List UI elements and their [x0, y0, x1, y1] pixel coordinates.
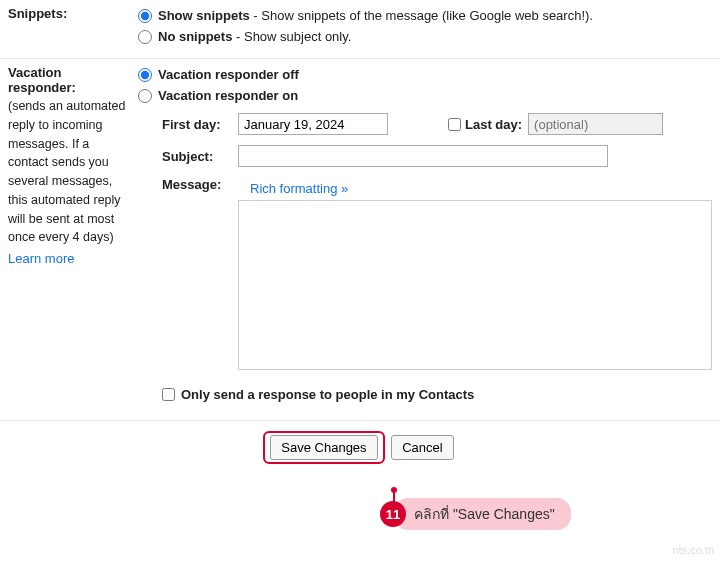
- vacation-content: Vacation responder off Vacation responde…: [138, 65, 712, 412]
- message-area: Rich formatting »: [238, 177, 712, 373]
- subject-row: Subject:: [162, 145, 712, 167]
- snippets-content: Show snippets - Show snippets of the mes…: [138, 6, 712, 50]
- annotation: 11 คลิกที่ "Save Changes": [380, 498, 571, 530]
- snippets-show-title: Show snippets: [158, 8, 250, 23]
- message-textarea[interactable]: [238, 200, 712, 370]
- contacts-only-row[interactable]: Only send a response to people in my Con…: [162, 387, 712, 402]
- vacation-on-label: Vacation responder on: [158, 88, 298, 103]
- last-day-label: Last day:: [465, 117, 522, 132]
- last-day-wrap: Last day:: [448, 113, 663, 135]
- button-bar: Save Changes Cancel: [0, 420, 720, 474]
- message-row: Message: Rich formatting »: [162, 177, 712, 373]
- vacation-help: (sends an automated reply to incoming me…: [8, 97, 132, 247]
- first-day-row: First day: Last day:: [162, 113, 712, 135]
- snippets-show-text: Show snippets - Show snippets of the mes…: [158, 8, 593, 23]
- vacation-section: Vacation responder: (sends an automated …: [0, 59, 720, 420]
- snippets-no-row[interactable]: No snippets - Show subject only.: [138, 29, 712, 44]
- snippets-show-desc: - Show snippets of the message (like Goo…: [250, 8, 593, 23]
- vacation-off-label: Vacation responder off: [158, 67, 299, 82]
- vacation-off-radio[interactable]: [138, 68, 152, 82]
- vacation-label: Vacation responder:: [8, 65, 76, 95]
- snippets-section: Snippets: Show snippets - Show snippets …: [0, 0, 720, 59]
- watermark: nts.co.th: [672, 544, 714, 556]
- vacation-on-radio[interactable]: [138, 89, 152, 103]
- first-day-label: First day:: [162, 117, 238, 132]
- save-highlight-box: Save Changes: [263, 431, 384, 464]
- snippets-label: Snippets:: [8, 6, 67, 21]
- subject-label: Subject:: [162, 149, 238, 164]
- rich-formatting-link[interactable]: Rich formatting »: [250, 181, 348, 196]
- snippets-no-radio[interactable]: [138, 30, 152, 44]
- snippets-no-text: No snippets - Show subject only.: [158, 29, 351, 44]
- snippets-no-title: No snippets: [158, 29, 232, 44]
- contacts-only-checkbox[interactable]: [162, 388, 175, 401]
- subject-input[interactable]: [238, 145, 608, 167]
- learn-more-link[interactable]: Learn more: [8, 251, 74, 266]
- last-day-input[interactable]: [528, 113, 663, 135]
- message-label: Message:: [162, 177, 238, 192]
- snippets-no-desc: - Show subject only.: [232, 29, 351, 44]
- snippets-show-radio[interactable]: [138, 9, 152, 23]
- contacts-only-label: Only send a response to people in my Con…: [181, 387, 474, 402]
- vacation-off-row[interactable]: Vacation responder off: [138, 67, 712, 82]
- vacation-form: First day: Last day: Subject: Message: R…: [162, 113, 712, 373]
- annotation-number-circle: 11: [380, 501, 406, 527]
- snippets-label-col: Snippets:: [8, 6, 138, 50]
- vacation-on-row[interactable]: Vacation responder on: [138, 88, 712, 103]
- first-day-input[interactable]: [238, 113, 388, 135]
- annotation-bubble: คลิกที่ "Save Changes": [394, 498, 571, 530]
- last-day-checkbox[interactable]: [448, 118, 461, 131]
- cancel-button[interactable]: Cancel: [391, 435, 453, 460]
- snippets-show-row[interactable]: Show snippets - Show snippets of the mes…: [138, 8, 712, 23]
- vacation-label-col: Vacation responder: (sends an automated …: [8, 65, 138, 412]
- save-button[interactable]: Save Changes: [270, 435, 377, 460]
